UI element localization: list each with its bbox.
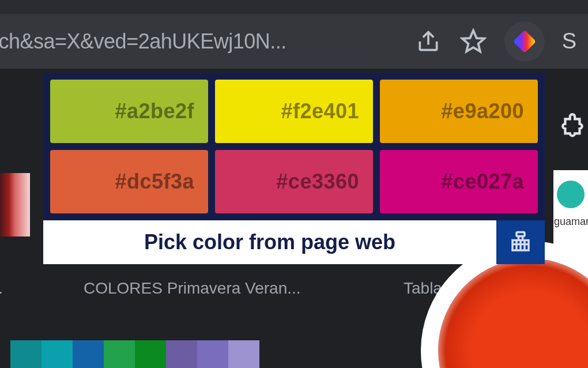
- mini-swatch: [228, 340, 259, 368]
- color-swatch[interactable]: #ce027a: [380, 150, 538, 213]
- extension-button[interactable]: [504, 21, 545, 62]
- action-bar: Pick color from page web: [43, 220, 545, 264]
- svg-rect-1: [514, 31, 536, 52]
- puzzle-icon[interactable]: [559, 113, 588, 148]
- eyedropper-button[interactable]: [496, 220, 545, 264]
- bg-caption-mid: COLORES Primavera Veran...: [84, 279, 301, 298]
- color-swatch[interactable]: #a2be2f: [50, 80, 208, 143]
- pick-color-label[interactable]: Pick color from page web: [43, 220, 496, 264]
- color-picker-popup: #a2be2f #f2e401 #e9a200 #dc5f3a #ce3360 …: [43, 73, 545, 264]
- swatch-grid: #a2be2f #f2e401 #e9a200 #dc5f3a #ce3360 …: [43, 73, 545, 220]
- mini-swatch: [197, 340, 228, 368]
- svg-marker-0: [462, 30, 484, 51]
- mini-swatch: [104, 340, 135, 368]
- mini-swatch: [135, 340, 166, 368]
- color-swatch[interactable]: #ce3360: [215, 150, 373, 213]
- mini-swatch: [166, 340, 197, 368]
- color-swatch[interactable]: #f2e401: [215, 80, 373, 143]
- color-swatch[interactable]: #dc5f3a: [50, 150, 208, 213]
- color-swatch[interactable]: #e9a200: [380, 80, 538, 143]
- bg-palette-thumbnail: [10, 340, 259, 368]
- svg-rect-2: [517, 232, 525, 236]
- mini-swatch: [10, 340, 42, 368]
- aguamarina-swatch-icon: [557, 181, 585, 208]
- bg-thumbnail-gradient: [0, 173, 30, 236]
- bg-caption-left: s ...: [0, 279, 3, 298]
- url-fragment[interactable]: sch&sa=X&ved=2ahUKEwj10N...: [0, 29, 287, 54]
- toolbar-right-text: S: [562, 29, 576, 54]
- star-icon[interactable]: [459, 28, 487, 55]
- mini-swatch: [42, 340, 73, 368]
- share-icon[interactable]: [414, 28, 442, 55]
- bg-guamar-label: guamar: [554, 216, 588, 228]
- toolbar-actions: S: [414, 21, 576, 62]
- mini-swatch: [73, 340, 104, 368]
- browser-toolbar: sch&sa=X&ved=2ahUKEwj10N...: [0, 14, 588, 69]
